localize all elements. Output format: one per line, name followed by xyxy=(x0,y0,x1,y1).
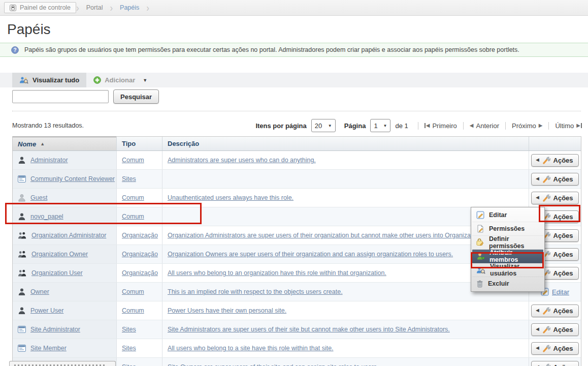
control-panel-icon xyxy=(10,5,16,11)
menu-item-permiss-es[interactable]: Permissões xyxy=(472,222,543,236)
acoes-button-label: Ações xyxy=(553,269,573,277)
role-type-cell: Sites xyxy=(116,320,162,339)
search-input[interactable] xyxy=(12,90,109,103)
page-label: Página xyxy=(344,122,366,130)
role-name-link[interactable]: Site Member xyxy=(30,345,67,352)
role-type-link[interactable]: Comum xyxy=(122,194,144,201)
role-type-link[interactable]: Sites xyxy=(122,345,136,352)
page-select[interactable]: 1 ▼ xyxy=(370,119,390,132)
menu-item-label: Visualizar usuários xyxy=(490,263,539,277)
role-description-link[interactable]: Site Administrators are super users of t… xyxy=(168,326,450,333)
wrench-icon xyxy=(542,363,550,366)
acoes-button-label: Ações xyxy=(553,175,573,183)
role-type-link[interactable]: Comum xyxy=(122,307,144,314)
role-name-link[interactable]: Administrator xyxy=(30,157,68,164)
role-name-cell: novo_papel xyxy=(13,207,116,226)
user-light-icon xyxy=(18,194,26,202)
role-name-link[interactable]: Organization Administrator xyxy=(31,232,106,239)
page-title: Papéis xyxy=(7,21,51,38)
role-name-link[interactable]: Power User xyxy=(30,307,63,314)
role-description-link[interactable]: All users who belong to a site have this… xyxy=(168,345,334,352)
role-type-link[interactable]: Organização xyxy=(122,232,158,239)
menu-item-excluir[interactable]: Excluir xyxy=(472,277,543,290)
next-page-link[interactable]: Próximo ▶ xyxy=(512,122,542,130)
role-name-link[interactable]: Guest xyxy=(30,194,47,201)
role-description-link[interactable]: Organization Owners are super users of t… xyxy=(168,251,453,258)
role-description-link[interactable]: Administrators are super users who can d… xyxy=(168,157,316,164)
role-name-link[interactable]: Owner xyxy=(30,288,49,295)
acoes-button[interactable]: ◀Ações xyxy=(531,173,578,186)
role-type-link[interactable]: Organização xyxy=(122,269,158,277)
role-type-cell: Comum xyxy=(116,283,162,301)
role-name-link[interactable]: Site Administrator xyxy=(30,326,80,333)
acoes-button[interactable]: ◀Ações xyxy=(531,342,578,355)
org-users-icon xyxy=(18,251,27,258)
triangle-left-icon: ◀ xyxy=(536,196,539,200)
edit-link[interactable]: Editar xyxy=(541,288,569,296)
user-dark-icon xyxy=(18,288,26,296)
items-per-page-value: 20 xyxy=(315,122,322,130)
sort-ascending-icon: ▲ xyxy=(40,141,45,146)
role-name-cell: Administrator xyxy=(13,151,116,169)
role-type-link[interactable]: Comum xyxy=(122,213,144,220)
column-header-tipo[interactable]: Tipo xyxy=(116,137,162,150)
role-name-cell: Guest xyxy=(13,189,116,207)
acoes-button[interactable]: ◀Ações xyxy=(531,192,578,204)
role-description-link[interactable]: All users who belong to an organization … xyxy=(168,269,386,277)
site-icon xyxy=(18,175,26,182)
menu-item-atribuir-membros[interactable]: Atribuir membros xyxy=(472,250,543,263)
acoes-button[interactable]: ◀Ações xyxy=(531,304,578,317)
role-name-link[interactable]: Community Content Reviewer xyxy=(30,175,115,182)
role-description-cell: Site Owners are super users of their sit… xyxy=(162,358,529,366)
acoes-button-label: Ações xyxy=(553,157,573,164)
pagination: Itens por página 20 ▼ Página 1 ▼ de 1 ◀ … xyxy=(255,119,582,132)
permissions-icon xyxy=(476,225,484,233)
divider xyxy=(548,122,549,130)
table-row: GuestComumUnauthenticated users always h… xyxy=(13,188,581,207)
column-header-nome[interactable]: Nome ▲ xyxy=(13,137,116,150)
last-page-link[interactable]: Último ▶ xyxy=(555,122,582,130)
role-type-cell: Sites xyxy=(116,170,162,188)
triangle-left-icon: ◀ xyxy=(536,346,539,350)
first-page-label: Primeiro xyxy=(432,122,456,130)
previous-page-link[interactable]: ◀ Anterior xyxy=(470,122,499,130)
acoes-button[interactable]: ◀Ações xyxy=(531,361,578,366)
menu-item-definir-permiss-es[interactable]: Definir permissões xyxy=(472,236,543,250)
role-description-link[interactable]: Unauthenticated users always have this r… xyxy=(168,194,293,201)
role-description-cell xyxy=(162,170,529,188)
breadcrumb-item-control-panel[interactable]: Painel de controle xyxy=(4,2,76,13)
breadcrumb-item-papeis[interactable]: Papéis xyxy=(120,4,139,11)
role-name-link[interactable]: Organization Owner xyxy=(31,251,88,258)
role-description-cell: Administrators are super users who can d… xyxy=(162,151,529,169)
search-button[interactable]: Pesquisar xyxy=(113,89,159,104)
first-page-link[interactable]: ◀ Primeiro xyxy=(424,122,457,130)
acoes-button[interactable]: ◀Ações xyxy=(531,154,578,167)
role-type-link[interactable]: Comum xyxy=(122,157,144,164)
role-name-link[interactable]: novo_papel xyxy=(30,213,63,220)
role-description-link[interactable]: Site Owners are super users of their sit… xyxy=(168,363,378,366)
divider xyxy=(463,122,464,130)
column-header-descricao[interactable]: Descrição xyxy=(162,137,529,150)
role-description-cell: Power Users have their own personal site… xyxy=(162,301,529,320)
role-description-link[interactable]: This is an implied role with respect to … xyxy=(168,288,343,295)
user-dark-icon xyxy=(18,307,26,315)
menu-item-editar[interactable]: Editar xyxy=(472,208,543,222)
acoes-button[interactable]: ◀Ações xyxy=(531,323,578,336)
role-name-link[interactable]: Organization User xyxy=(31,269,83,277)
menu-item-visualizar-usu-rios[interactable]: Visualizar usuários xyxy=(472,263,543,277)
items-per-page-select[interactable]: 20 ▼ xyxy=(311,119,336,132)
breadcrumb-item-portal[interactable]: Portal xyxy=(86,4,103,11)
role-type-link[interactable]: Organização xyxy=(122,251,158,258)
wrench-icon xyxy=(542,194,550,202)
role-type-link[interactable]: Comum xyxy=(122,288,144,295)
toolbar: Visualizar tudo Adicionar ▼ xyxy=(0,73,588,87)
role-type-link[interactable]: Sites xyxy=(122,326,136,333)
triangle-left-icon: ◀ xyxy=(536,309,539,313)
role-description-link[interactable]: Power Users have their own personal site… xyxy=(168,307,286,314)
role-type-link[interactable]: Sites xyxy=(122,363,136,366)
add-button[interactable]: Adicionar ▼ xyxy=(93,73,147,87)
view-all-button[interactable]: Visualizar tudo xyxy=(12,73,86,87)
table-row: AdministratorComumAdministrators are sup… xyxy=(13,151,581,169)
role-type-link[interactable]: Sites xyxy=(122,175,136,182)
table-header: Nome ▲ Tipo Descrição xyxy=(13,137,581,151)
